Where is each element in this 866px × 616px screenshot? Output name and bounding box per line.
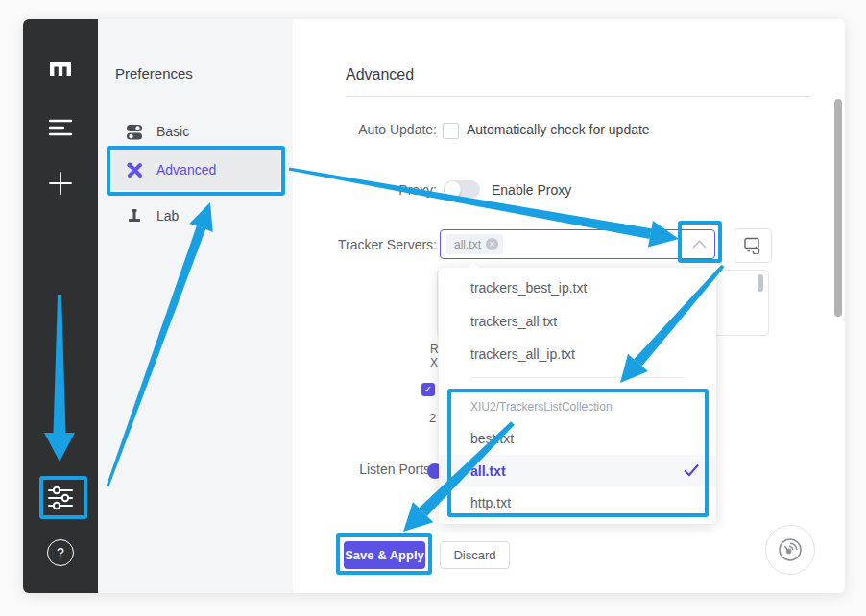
tracker-tag: all.txt × (446, 234, 503, 254)
speed-indicator-button[interactable] (765, 525, 815, 575)
dropdown-item-label: trackers_all_ip.txt (470, 346, 575, 362)
plus-icon (48, 171, 73, 196)
auto-update-checkbox[interactable] (443, 123, 459, 139)
content-scrollbar[interactable] (834, 99, 842, 317)
dropdown-item-label: trackers_all.txt (470, 314, 557, 329)
help-glyph: ? (57, 545, 64, 560)
sync-everyday-checkbox[interactable]: ✓ (421, 383, 435, 396)
speedometer-icon (777, 536, 804, 563)
nav-item-label: Basic (156, 124, 189, 139)
task-list-icon (48, 117, 73, 138)
annotation-box-save-button (336, 533, 432, 575)
annotation-box-chevron (678, 221, 722, 263)
dropdown-divider (470, 377, 684, 378)
tracker-tag-label: all.txt (454, 238, 481, 251)
annotation-box-advanced-nav (107, 146, 285, 196)
preferences-panel (98, 19, 293, 593)
motrix-logo-icon (46, 55, 75, 82)
discard-button[interactable]: Discard (440, 541, 510, 569)
tracker-servers-label: Tracker Servers: (317, 237, 437, 252)
proxy-label: Proxy: (317, 182, 437, 198)
proxy-toggle-knob (445, 181, 461, 198)
help-button[interactable]: ? (23, 537, 98, 568)
nav-item-label: Lab (156, 208, 179, 224)
clipped-text-fragment: R (430, 343, 439, 356)
listen-ports-label: Listen Ports: (317, 462, 434, 477)
page-title: Advanced (346, 66, 414, 83)
nav-item-lab[interactable]: Lab (113, 200, 280, 232)
nav-item-basic[interactable]: Basic (113, 115, 280, 148)
dropdown-item[interactable]: trackers_all_ip.txt (439, 339, 716, 369)
dropdown-item[interactable]: trackers_all.txt (439, 306, 716, 337)
help-icon: ? (47, 539, 74, 566)
app-logo (23, 54, 98, 83)
sync-trackers-button[interactable] (734, 228, 772, 263)
textarea-scroll-thumb[interactable] (758, 274, 763, 292)
add-task-button[interactable] (23, 170, 98, 197)
dropdown-item[interactable]: trackers_best_ip.txt (439, 272, 716, 303)
auto-update-label: Auto Update: (317, 122, 437, 137)
annotation-box-settings-icon (39, 476, 87, 519)
dropdown-item-label: trackers_best_ip.txt (470, 280, 587, 296)
discard-label: Discard (453, 548, 495, 562)
screen: ? Preferences Basic Advanced (0, 0, 866, 616)
sync-icon (744, 237, 762, 254)
annotation-box-dropdown-group (447, 389, 709, 517)
preferences-title: Preferences (115, 65, 193, 82)
task-list-button[interactable] (23, 115, 98, 140)
clipped-text-fragment: X (430, 356, 438, 369)
clipped-text-fragment: 2 (429, 411, 436, 425)
auto-update-checkbox-label[interactable]: Automatically check for update (467, 122, 650, 137)
basic-toggles-icon (125, 124, 144, 140)
proxy-toggle-label: Enable Proxy (492, 182, 571, 198)
title-divider (346, 96, 811, 97)
tag-remove-icon[interactable]: × (486, 238, 498, 250)
lab-stamp-icon (125, 208, 144, 225)
